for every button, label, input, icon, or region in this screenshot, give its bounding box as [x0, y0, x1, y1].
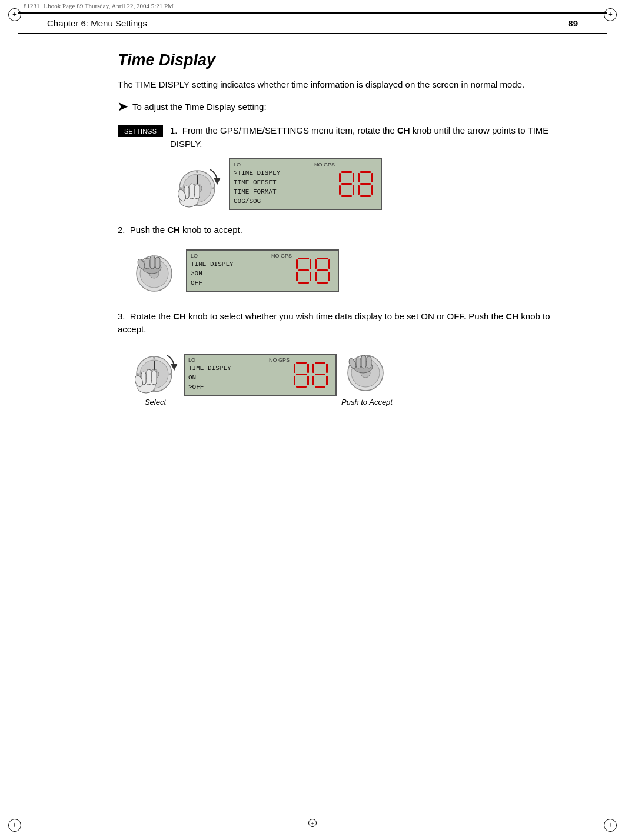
lcd3-segment — [290, 357, 332, 392]
svg-rect-41 — [298, 282, 309, 284]
svg-rect-70 — [312, 364, 314, 373]
lcd-display-3: LO NO GPS TIME DISPLY ON >OFF — [184, 354, 337, 396]
svg-rect-62 — [296, 362, 307, 364]
svg-rect-82 — [367, 356, 371, 368]
settings-badge: SETTINGS — [118, 125, 163, 137]
svg-rect-32 — [150, 256, 155, 269]
section-title: Time Display — [118, 51, 554, 69]
svg-rect-67 — [307, 376, 309, 385]
select-label: Select — [145, 398, 166, 406]
svg-point-6 — [212, 187, 215, 189]
svg-rect-21 — [358, 173, 360, 182]
svg-rect-64 — [307, 364, 309, 373]
svg-rect-16 — [341, 183, 352, 185]
lcd2-nogps: NO GPS — [271, 253, 292, 259]
svg-rect-66 — [294, 376, 295, 385]
page-header: Chapter 6: Menu Settings 89 — [18, 12, 607, 34]
svg-rect-46 — [315, 272, 317, 281]
svg-rect-25 — [371, 185, 373, 195]
svg-rect-44 — [328, 259, 330, 269]
svg-rect-33 — [155, 257, 160, 269]
lcd1-lo: LO — [234, 162, 241, 168]
svg-rect-80 — [356, 358, 361, 368]
page-number: 89 — [568, 18, 578, 28]
svg-rect-17 — [339, 185, 341, 195]
svg-rect-35 — [298, 258, 309, 259]
lcd2-segment — [292, 253, 334, 288]
knob-push-3 — [343, 344, 390, 396]
lcd3-menu: TIME DISPLY ON >OFF — [188, 364, 290, 392]
svg-rect-40 — [310, 272, 311, 281]
svg-rect-72 — [315, 374, 325, 375]
svg-rect-23 — [360, 183, 371, 185]
arrow-instruction: ➤ To adjust the Time Display setting: — [118, 99, 554, 114]
svg-rect-47 — [328, 272, 330, 281]
step-2-illustration: LO NO GPS TIME DISPLY >ON OFF — [132, 244, 554, 297]
svg-rect-42 — [317, 258, 328, 259]
svg-rect-65 — [296, 374, 307, 375]
step-3-text: 3. Rotate the CH knob to select whether … — [118, 310, 554, 336]
svg-rect-71 — [326, 364, 328, 373]
main-content: Time Display The TIME DISPLY setting ind… — [0, 34, 625, 437]
svg-rect-26 — [360, 195, 371, 197]
svg-rect-39 — [296, 272, 298, 281]
step-1-text: 1. From the GPS/TIME/SETTINGS menu item,… — [170, 124, 554, 151]
arrow-symbol: ➤ — [118, 99, 128, 114]
lcd-display-2: LO NO GPS TIME DISPLY >ON OFF — [186, 249, 339, 292]
lcd2-menu: TIME DISPLY >ON OFF — [191, 260, 292, 288]
svg-rect-68 — [296, 386, 307, 388]
svg-rect-45 — [317, 269, 328, 271]
svg-rect-63 — [294, 364, 295, 373]
lcd2-lo: LO — [191, 253, 198, 259]
svg-point-55 — [169, 373, 172, 375]
svg-rect-38 — [298, 269, 309, 271]
svg-rect-24 — [358, 185, 360, 195]
svg-rect-22 — [371, 173, 373, 182]
svg-rect-69 — [315, 362, 325, 364]
lcd1-menu: >TIME DISPLY TIME OFFSET TIME FORMAT COG… — [234, 169, 335, 206]
step-2-container: 2. Push the CH knob to accept. — [118, 224, 554, 297]
svg-point-54 — [137, 373, 139, 375]
step-1-container: SETTINGS 1. From the GPS/TIME/SETTINGS m… — [118, 124, 554, 211]
svg-rect-48 — [317, 282, 328, 284]
svg-rect-81 — [361, 355, 366, 368]
svg-rect-19 — [341, 195, 352, 197]
knob-rotate-1 — [175, 158, 222, 211]
intro-text: The TIME DISPLY setting indicates whethe… — [118, 78, 554, 91]
corner-mark-br: + — [604, 819, 617, 832]
svg-rect-11 — [195, 185, 200, 199]
svg-rect-10 — [190, 184, 194, 199]
book-info: 81231_1.book Page 89 Thursday, April 22,… — [0, 0, 625, 12]
push-label: Push to Accept — [341, 398, 393, 406]
push-knob-group: Push to Accept — [341, 344, 393, 406]
svg-point-5 — [179, 187, 182, 189]
lcd3-nogps: NO GPS — [269, 357, 290, 363]
svg-rect-59 — [147, 369, 151, 385]
svg-rect-43 — [315, 259, 317, 269]
lcd1-nogps: NO GPS — [314, 162, 335, 168]
step-1-illustration: LO NO GPS >TIME DISPLY TIME OFFSET TIME … — [175, 158, 554, 211]
step-3-container: 3. Rotate the CH knob to select whether … — [118, 310, 554, 406]
bottom-center-mark: + — [308, 819, 317, 827]
svg-rect-73 — [312, 376, 314, 385]
lcd-display-1: LO NO GPS >TIME DISPLY TIME OFFSET TIME … — [229, 158, 382, 210]
corner-mark-bl: + — [8, 819, 21, 832]
chapter-title: Chapter 6: Menu Settings — [47, 18, 147, 28]
svg-rect-15 — [353, 173, 354, 182]
svg-rect-31 — [145, 258, 149, 269]
svg-rect-74 — [326, 376, 328, 385]
step-2-text: 2. Push the CH knob to accept. — [118, 224, 554, 237]
step-1-body: 1. From the GPS/TIME/SETTINGS menu item,… — [170, 124, 554, 211]
svg-rect-36 — [296, 259, 298, 269]
arrow-text: To adjust the Time Display setting: — [132, 102, 267, 112]
knob-push-2 — [132, 244, 179, 297]
svg-rect-13 — [341, 171, 352, 173]
svg-rect-18 — [353, 185, 354, 195]
svg-rect-37 — [310, 259, 311, 269]
svg-rect-75 — [315, 386, 325, 388]
lcd1-segment — [335, 162, 377, 206]
step-3-illustration: Select LO NO GPS TIME DISPLY ON >OFF — [132, 344, 554, 406]
svg-point-3 — [196, 171, 198, 173]
select-knob-group: Select — [132, 344, 179, 406]
svg-rect-60 — [152, 371, 157, 385]
